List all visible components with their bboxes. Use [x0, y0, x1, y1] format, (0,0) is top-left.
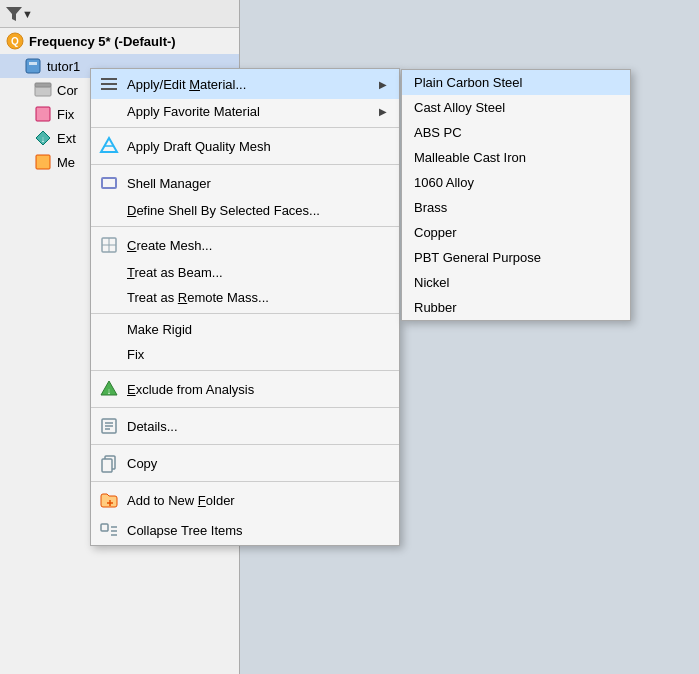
cor-icon [34, 81, 52, 99]
menu-item-treat-as-beam[interactable]: Treat as Beam... [91, 260, 399, 285]
collapse-tree-label: Collapse Tree Items [127, 523, 243, 538]
submenu-item-1060-alloy[interactable]: 1060 Alloy [402, 170, 630, 195]
shell-manager-label: Shell Manager [127, 176, 211, 191]
create-mesh-label: Create Mesh... [127, 238, 212, 253]
submenu-item-pbt-general-purpose[interactable]: PBT General Purpose [402, 245, 630, 270]
apply-draft-mesh-label: Apply Draft Quality Mesh [127, 139, 271, 154]
filter-bar: ▼ [0, 0, 239, 28]
submenu-item-malleable-cast-iron[interactable]: Malleable Cast Iron [402, 145, 630, 170]
apply-material-arrow: ▶ [379, 79, 387, 90]
apply-material-icon [99, 74, 119, 94]
menu-item-shell-manager[interactable]: Shell Manager [91, 168, 399, 198]
exclude-analysis-label: Exclude from Analysis [127, 382, 254, 397]
add-folder-label: Add to New Folder [127, 493, 235, 508]
nickel-label: Nickel [414, 275, 449, 290]
me-icon [34, 153, 52, 171]
collapse-tree-icon [99, 520, 119, 540]
define-shell-label: Define Shell By Selected Faces... [127, 203, 320, 218]
menu-item-apply-draft-mesh[interactable]: Apply Draft Quality Mesh [91, 131, 399, 161]
svg-text:Q: Q [11, 36, 19, 47]
treat-as-beam-label: Treat as Beam... [127, 265, 223, 280]
create-mesh-icon [99, 235, 119, 255]
menu-item-details[interactable]: Details... [91, 411, 399, 441]
menu-item-apply-favorite-material[interactable]: Apply Favorite Material ▶ [91, 99, 399, 124]
plain-carbon-steel-label: Plain Carbon Steel [414, 75, 522, 90]
shell-manager-icon [99, 173, 119, 193]
draft-mesh-icon [99, 136, 119, 156]
menu-item-treat-as-remote-mass[interactable]: Treat as Remote Mass... [91, 285, 399, 310]
apply-favorite-arrow: ▶ [379, 106, 387, 117]
menu-item-collapse-tree[interactable]: Collapse Tree Items [91, 515, 399, 545]
svg-text:↓: ↓ [41, 134, 46, 144]
menu-item-copy[interactable]: Copy [91, 448, 399, 478]
submenu-item-rubber[interactable]: Rubber [402, 295, 630, 320]
separator-3 [91, 226, 399, 227]
tree-root[interactable]: Q Frequency 5* (-Default-) [0, 28, 239, 54]
separator-8 [91, 481, 399, 482]
1060-alloy-label: 1060 Alloy [414, 175, 474, 190]
svg-rect-12 [101, 83, 117, 85]
tutor1-label: tutor1 [47, 59, 80, 74]
details-label: Details... [127, 419, 178, 434]
svg-rect-6 [35, 83, 51, 87]
separator-5 [91, 370, 399, 371]
svg-marker-0 [6, 7, 22, 21]
treat-as-remote-mass-label: Treat as Remote Mass... [127, 290, 269, 305]
submenu-item-cast-alloy-steel[interactable]: Cast Alloy Steel [402, 95, 630, 120]
separator-2 [91, 164, 399, 165]
submenu-item-copper[interactable]: Copper [402, 220, 630, 245]
cast-alloy-steel-label: Cast Alloy Steel [414, 100, 505, 115]
svg-rect-10 [36, 155, 50, 169]
ext-label: Ext [57, 131, 76, 146]
brass-label: Brass [414, 200, 447, 215]
menu-item-apply-edit-material[interactable]: Apply/Edit Material... ▶ [91, 69, 399, 99]
submenu-item-brass[interactable]: Brass [402, 195, 630, 220]
filter-dropdown[interactable]: ▼ [22, 8, 33, 20]
abs-pc-label: ABS PC [414, 125, 462, 140]
fix-menu-label: Fix [127, 347, 144, 362]
separator-7 [91, 444, 399, 445]
submenu-item-abs-pc[interactable]: ABS PC [402, 120, 630, 145]
me-label: Me [57, 155, 75, 170]
menu-item-fix[interactable]: Fix [91, 342, 399, 367]
copper-label: Copper [414, 225, 457, 240]
svg-rect-27 [102, 459, 112, 472]
ext-icon: ↓ [34, 129, 52, 147]
rubber-label: Rubber [414, 300, 457, 315]
svg-text:↓: ↓ [107, 386, 112, 396]
filter-icon [6, 7, 22, 21]
cor-label: Cor [57, 83, 78, 98]
make-rigid-label: Make Rigid [127, 322, 192, 337]
separator-6 [91, 407, 399, 408]
svg-rect-30 [101, 524, 108, 531]
submenu-item-plain-carbon-steel[interactable]: Plain Carbon Steel [402, 70, 630, 95]
submenu-favorite-materials: Plain Carbon Steel Cast Alloy Steel ABS … [401, 69, 631, 321]
svg-rect-16 [102, 178, 116, 188]
details-icon [99, 416, 119, 436]
apply-favorite-material-label: Apply Favorite Material [127, 104, 260, 119]
menu-item-define-shell[interactable]: Define Shell By Selected Faces... [91, 198, 399, 223]
tutor1-icon [24, 57, 42, 75]
svg-rect-11 [101, 78, 117, 80]
apply-edit-material-label: Apply/Edit Material... [127, 77, 246, 92]
exclude-icon: ↓ [99, 379, 119, 399]
svg-marker-14 [101, 138, 117, 152]
tree-root-icon: Q [6, 32, 24, 50]
fix-label: Fix [57, 107, 74, 122]
menu-item-add-to-new-folder[interactable]: Add to New Folder [91, 485, 399, 515]
menu-item-exclude-analysis[interactable]: ↓ Exclude from Analysis [91, 374, 399, 404]
fix-icon [34, 105, 52, 123]
separator-4 [91, 313, 399, 314]
add-folder-icon [99, 490, 119, 510]
menu-item-make-rigid[interactable]: Make Rigid [91, 317, 399, 342]
svg-rect-13 [101, 88, 117, 90]
submenu-item-nickel[interactable]: Nickel [402, 270, 630, 295]
pbt-label: PBT General Purpose [414, 250, 541, 265]
svg-rect-7 [36, 107, 50, 121]
svg-rect-4 [29, 62, 37, 65]
menu-item-create-mesh[interactable]: Create Mesh... [91, 230, 399, 260]
tree-root-label: Frequency 5* (-Default-) [29, 34, 176, 49]
copy-label: Copy [127, 456, 157, 471]
svg-rect-3 [26, 59, 40, 73]
context-menu: Apply/Edit Material... ▶ Apply Favorite … [90, 68, 400, 546]
